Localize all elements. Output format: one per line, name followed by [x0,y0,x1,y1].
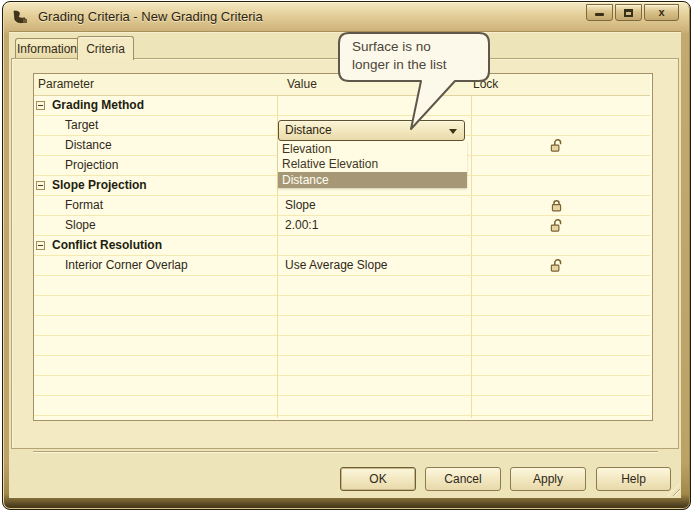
maximize-button[interactable] [615,4,642,21]
tab-information[interactable]: Information [15,38,79,59]
help-button[interactable]: Help [596,467,671,491]
dropdown-option-distance-highlighted[interactable]: Distance [278,172,467,188]
callout-line-1: Surface is no [352,38,447,56]
tab-criteria[interactable]: Criteria [77,36,134,60]
grid-header-row: Parameter Value Lock [34,74,650,96]
tab-information-label: Information [17,42,77,56]
ok-button[interactable]: OK [340,467,416,491]
row-label: Slope Projection [52,178,147,192]
row-label: Target [65,118,98,132]
close-button[interactable]: x [644,4,679,21]
callout-line-2: longer in the list [352,56,447,74]
row-label: Slope [65,218,96,232]
grid-row-slope[interactable]: Slope 2.00:1 [34,216,650,236]
collapse-icon[interactable] [36,181,45,190]
minus-glyph [38,245,43,246]
row-value[interactable]: Use Average Slope [285,258,388,272]
row-label: Projection [65,158,118,172]
cancel-button[interactable]: Cancel [425,467,501,491]
dropdown-option-elevation[interactable]: Elevation [278,141,467,156]
dropdown-option-relative-elevation[interactable]: Relative Elevation [278,156,467,172]
grid-empty-rows [34,276,650,418]
column-header-value: Value [287,77,317,91]
target-dropdown-list: Elevation Relative Elevation Distance [278,141,467,188]
grid-row-grading-method[interactable]: Grading Method [34,96,650,116]
collapse-icon[interactable] [36,101,45,110]
row-value[interactable]: 2.00:1 [285,218,318,232]
column-header-lock: Lock [473,77,498,91]
callout-text: Surface is no longer in the list [352,38,447,74]
column-header-parameter: Parameter [38,77,94,91]
unlock-icon[interactable] [549,138,564,153]
grid-row-conflict-resolution[interactable]: Conflict Resolution [34,236,650,256]
row-label: Conflict Resolution [52,238,162,252]
minimize-icon [595,13,604,16]
row-value[interactable]: Slope [285,198,316,212]
app-icon [11,7,30,26]
collapse-icon[interactable] [36,241,45,250]
minimize-button[interactable] [586,4,613,21]
target-dropdown[interactable]: Distance [278,120,465,141]
screenshot-root: Grading Criteria - New Grading Criteria … [0,0,693,510]
row-label: Distance [65,138,112,152]
minus-glyph [38,185,43,186]
close-icon: x [658,7,664,18]
footer-separator [33,451,658,453]
row-label: Interior Corner Overlap [65,258,188,272]
lock-icon[interactable] [549,198,564,213]
row-label: Format [65,198,103,212]
window-title: Grading Criteria - New Grading Criteria [38,9,263,24]
row-label: Grading Method [52,98,144,112]
apply-button[interactable]: Apply [510,467,586,491]
unlock-icon[interactable] [549,258,564,273]
maximize-icon [624,9,633,17]
minus-glyph [38,105,43,106]
unlock-icon[interactable] [549,218,564,233]
grid-row-interior-corner-overlap[interactable]: Interior Corner Overlap Use Average Slop… [34,256,650,276]
caption-buttons: x [586,4,679,21]
tab-criteria-label: Criteria [86,42,125,56]
title-bar[interactable]: Grading Criteria - New Grading Criteria … [3,2,688,31]
dropdown-arrow-icon [449,129,457,134]
grid-row-format[interactable]: Format Slope [34,196,650,216]
target-dropdown-value: Distance [285,123,332,137]
